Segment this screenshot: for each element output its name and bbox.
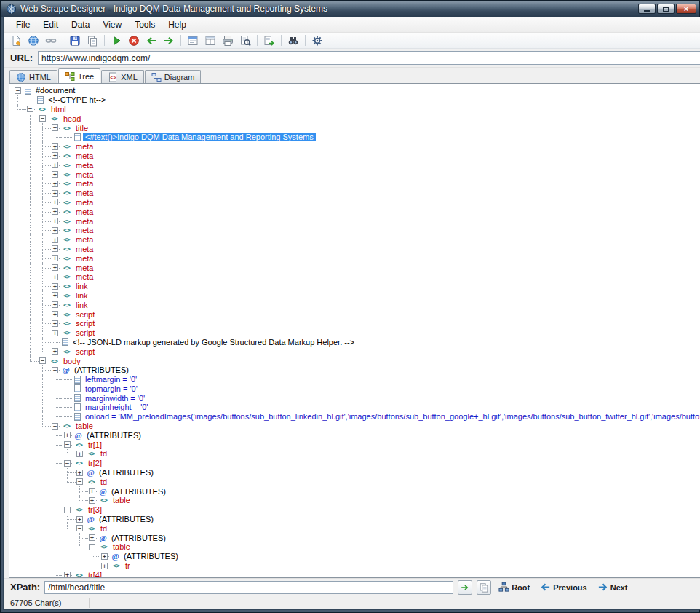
expand-toggle[interactable]: + — [52, 218, 58, 224]
expand-toggle[interactable]: + — [64, 432, 71, 438]
tree-node-label[interactable]: <!-- JSON-LD markup generated by Google … — [71, 338, 357, 347]
tree-node-label[interactable]: link — [73, 291, 90, 300]
find-button[interactable] — [285, 33, 301, 48]
tree-node[interactable]: −<>body — [12, 356, 700, 365]
tree-node-label[interactable]: title — [73, 124, 90, 133]
tree-node-label[interactable]: head — [61, 114, 83, 123]
expand-toggle[interactable]: + — [52, 181, 58, 187]
tree-node-label[interactable]: td — [98, 478, 109, 486]
tree-node[interactable]: +<>meta — [12, 160, 700, 170]
xpath-go-button[interactable] — [458, 580, 472, 595]
tree-node[interactable]: +<>link — [12, 300, 700, 309]
expand-toggle[interactable]: + — [52, 190, 58, 197]
tree-node-label[interactable]: #document — [33, 86, 77, 95]
tree-node-label[interactable]: link — [73, 301, 90, 309]
tree-node[interactable]: −<>td — [12, 477, 700, 486]
tree-node[interactable]: <!--CTYPE ht--> — [12, 95, 700, 105]
xpath-input[interactable] — [44, 581, 453, 594]
expand-toggle[interactable]: + — [89, 534, 95, 541]
menu-data[interactable]: Data — [65, 17, 96, 32]
tree-node[interactable]: −#document — [12, 86, 700, 95]
tree-node-label[interactable]: html — [49, 105, 68, 114]
tree-node-label[interactable]: marginheight = '0' — [83, 403, 150, 411]
expand-toggle[interactable]: + — [76, 470, 83, 476]
tree-node-label[interactable]: topmargin = '0' — [83, 384, 140, 393]
tree-node[interactable]: <#text()>Indigo DQM Data Management and … — [12, 133, 700, 142]
disconnect-button[interactable] — [43, 33, 59, 48]
tree-node[interactable]: +<>script — [12, 328, 700, 338]
tree-node[interactable]: marginwidth = '0' — [12, 393, 700, 403]
tree-node[interactable]: −<>table — [12, 422, 700, 431]
expand-toggle[interactable]: + — [52, 255, 58, 261]
tree-node-label[interactable]: meta — [73, 189, 95, 197]
tree-node-label[interactable]: (ATTRIBUTES) — [84, 431, 143, 440]
nav-back-button[interactable] — [143, 33, 159, 48]
tree-node[interactable]: −<>title — [12, 123, 700, 133]
tree-node[interactable]: +<>table — [12, 496, 700, 505]
tree-node-label[interactable]: meta — [73, 245, 95, 253]
tree-node-label[interactable]: link — [73, 282, 90, 290]
tab-html[interactable]: HTML — [9, 70, 57, 83]
tree-node-label[interactable]: script — [73, 328, 97, 337]
tree-node[interactable]: +@(ATTRIBUTES) — [12, 486, 700, 496]
tree-node-label[interactable]: table — [111, 496, 132, 505]
next-button[interactable]: Next — [594, 582, 631, 593]
menu-help[interactable]: Help — [162, 17, 193, 32]
tree-node-label[interactable]: meta — [73, 170, 95, 179]
menu-tools[interactable]: Tools — [128, 17, 162, 32]
tree-node[interactable]: +<>script — [12, 309, 700, 319]
expand-toggle[interactable]: + — [89, 488, 95, 494]
tree-node-label[interactable]: leftmargin = '0' — [83, 375, 139, 384]
tree-node[interactable]: −<>head — [12, 114, 700, 123]
expand-toggle[interactable]: + — [52, 199, 58, 205]
tree-node[interactable]: −<>tr[1] — [12, 440, 700, 449]
tree-node[interactable]: +<>tr — [12, 561, 700, 571]
collapse-toggle[interactable]: − — [64, 460, 71, 467]
collapse-toggle[interactable]: − — [15, 87, 21, 94]
tree-node-label[interactable]: tr[4] — [86, 571, 104, 577]
tree-node[interactable]: −<>html — [12, 105, 700, 114]
tree-node-label-selected[interactable]: <#text()>Indigo DQM Data Management and … — [83, 133, 316, 141]
open-url-button[interactable] — [25, 33, 41, 48]
tree-node[interactable]: +<>meta — [12, 226, 700, 235]
tree-node-label[interactable]: marginwidth = '0' — [83, 394, 147, 403]
previous-button[interactable]: Previous — [537, 582, 589, 593]
expand-toggle[interactable]: + — [52, 264, 58, 271]
nav-forward-button[interactable] — [161, 33, 177, 48]
tree-node[interactable]: +<>meta — [12, 216, 700, 226]
tree-node-label[interactable]: onload = 'MM_preloadImages('images/butto… — [83, 412, 700, 421]
menu-file[interactable]: File — [9, 17, 36, 32]
tree-node[interactable]: +<>meta — [12, 272, 700, 282]
tree-node-label[interactable]: (ATTRIBUTES) — [109, 534, 168, 542]
collapse-toggle[interactable]: − — [89, 544, 95, 550]
tree-node[interactable]: +<>meta — [12, 235, 700, 245]
tree-node-label[interactable]: (ATTRIBUTES) — [97, 468, 156, 477]
split-view-button[interactable] — [202, 33, 218, 48]
tree-node-label[interactable]: tr[3] — [86, 505, 104, 514]
tree-node[interactable]: +<>meta — [12, 198, 700, 207]
expand-toggle[interactable]: + — [52, 330, 58, 336]
tree-node[interactable]: +@(ATTRIBUTES) — [12, 533, 700, 542]
expand-toggle[interactable]: + — [52, 320, 58, 327]
collapse-toggle[interactable]: − — [39, 357, 46, 364]
expand-toggle[interactable]: + — [76, 451, 83, 457]
tree-node[interactable]: −<>td — [12, 523, 700, 533]
expand-toggle[interactable]: + — [52, 171, 58, 178]
xpath-copy-button[interactable] — [477, 580, 491, 595]
expand-toggle[interactable]: + — [101, 563, 108, 569]
tree-node-label[interactable]: td — [98, 449, 109, 458]
tree-node-label[interactable]: meta — [73, 235, 95, 244]
collapse-toggle[interactable]: − — [64, 507, 71, 513]
collapse-toggle[interactable]: − — [52, 124, 58, 131]
maximize-button[interactable] — [657, 4, 675, 14]
tree-node[interactable]: −<>tr[3] — [12, 505, 700, 515]
tree-node-label[interactable]: meta — [73, 254, 95, 263]
expand-toggle[interactable]: + — [64, 572, 71, 577]
expand-toggle[interactable]: + — [52, 227, 58, 234]
tree-node-label[interactable]: meta — [73, 198, 95, 207]
save-button[interactable] — [67, 33, 83, 48]
tree-node[interactable]: +@(ATTRIBUTES) — [12, 515, 700, 524]
tree-node-label[interactable]: <!--CTYPE ht--> — [46, 95, 108, 104]
tree-node[interactable]: −<>tr[2] — [12, 459, 700, 468]
tree-node-label[interactable]: meta — [73, 272, 95, 281]
